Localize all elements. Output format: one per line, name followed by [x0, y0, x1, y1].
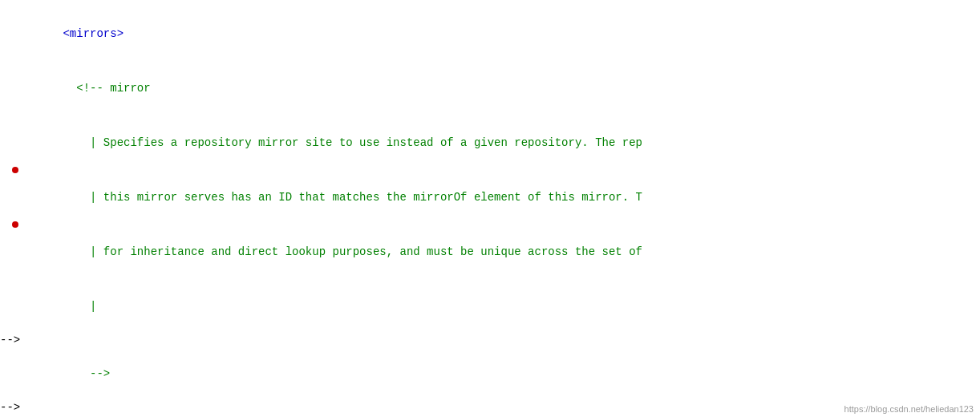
code-line-5: | for inheritance and direct lookup purp…: [0, 225, 980, 279]
code-line-7: -->: [0, 346, 980, 401]
line-content-2: <!-- mirror: [16, 61, 980, 115]
comment-pipe: |: [63, 300, 96, 313]
comment-body-2: | this mirror serves has an ID that matc…: [63, 191, 642, 204]
line-content-8: <!-- 自己私服 -->: [16, 414, 980, 417]
gutter-dot-5: [12, 221, 18, 228]
line-content-5: | for inheritance and direct lookup purp…: [16, 225, 980, 279]
line-content-7: -->: [16, 346, 980, 401]
gutter-dot-4: [12, 167, 18, 173]
line-content-4: | this mirror serves has an ID that matc…: [16, 170, 980, 225]
code-line-4: | this mirror serves has an ID that matc…: [0, 170, 980, 225]
line-content-1: <mirrors>: [16, 6, 980, 61]
code-line-6: |: [0, 279, 980, 334]
comment-mirror-start: <!-- mirror: [63, 82, 150, 95]
tag-mirrors-open: <mirrors>: [63, 27, 124, 40]
line-content-3: | Specifies a repository mirror site to …: [16, 115, 980, 170]
watermark: https://blog.csdn.net/heliedan123: [844, 404, 974, 414]
code-container: <mirrors> <!-- mirror | Specifies a repo…: [0, 0, 980, 417]
code-line-2: <!-- mirror: [0, 61, 980, 115]
code-line-8: <!-- 自己私服 -->: [0, 414, 980, 417]
code-line-3: | Specifies a repository mirror site to …: [0, 115, 980, 170]
comment-body-1: | Specifies a repository mirror site to …: [63, 136, 642, 149]
code-line-1: <mirrors>: [0, 6, 980, 61]
comment-end: -->: [63, 367, 110, 380]
comment-body-3: | for inheritance and direct lookup purp…: [63, 245, 642, 258]
line-content-6: |: [16, 279, 980, 334]
